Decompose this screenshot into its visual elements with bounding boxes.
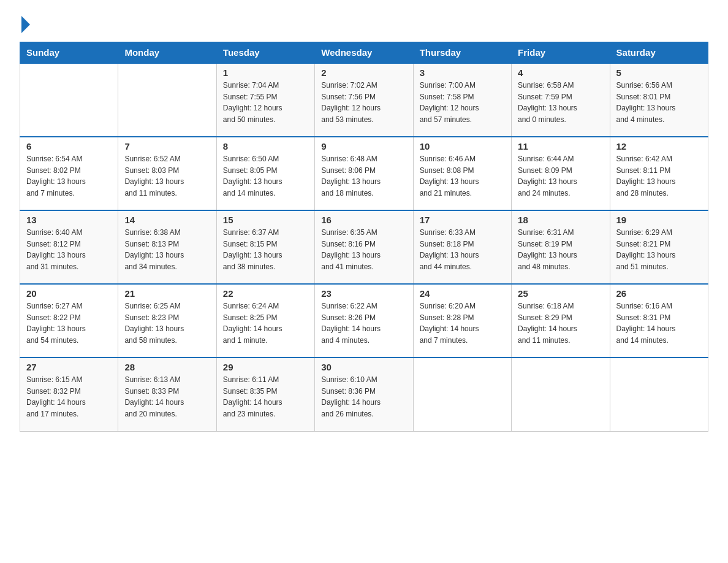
- day-number: 7: [124, 141, 210, 151]
- day-number: 1: [223, 67, 308, 78]
- day-number: 9: [321, 141, 406, 151]
- weekday-header-tuesday: Tuesday: [216, 42, 314, 64]
- calendar-day-cell: 1Sunrise: 7:04 AM Sunset: 7:55 PM Daylig…: [216, 63, 314, 137]
- calendar-day-cell: 5Sunrise: 6:56 AM Sunset: 8:01 PM Daylig…: [610, 63, 708, 137]
- day-info: Sunrise: 6:10 AM Sunset: 8:36 PM Dayligh…: [321, 374, 406, 419]
- day-number: 30: [321, 362, 406, 372]
- calendar-day-cell: 17Sunrise: 6:33 AM Sunset: 8:18 PM Dayli…: [413, 210, 511, 284]
- day-info: Sunrise: 6:18 AM Sunset: 8:29 PM Dayligh…: [518, 301, 603, 346]
- day-number: 27: [26, 362, 112, 372]
- calendar-day-cell: 24Sunrise: 6:20 AM Sunset: 8:28 PM Dayli…: [413, 284, 511, 358]
- day-info: Sunrise: 6:40 AM Sunset: 8:12 PM Dayligh…: [26, 227, 112, 272]
- day-number: 4: [518, 67, 603, 78]
- day-number: 3: [420, 67, 505, 78]
- logo-triangle-icon: [21, 16, 30, 33]
- calendar-day-cell: 28Sunrise: 6:13 AM Sunset: 8:33 PM Dayli…: [118, 358, 216, 431]
- day-number: 8: [223, 141, 308, 151]
- day-info: Sunrise: 6:25 AM Sunset: 8:23 PM Dayligh…: [124, 301, 210, 346]
- calendar-week-row: 20Sunrise: 6:27 AM Sunset: 8:22 PM Dayli…: [20, 284, 708, 358]
- day-number: 29: [223, 362, 308, 372]
- weekday-header-thursday: Thursday: [413, 42, 511, 64]
- logo: [20, 15, 30, 31]
- day-info: Sunrise: 6:44 AM Sunset: 8:09 PM Dayligh…: [518, 153, 603, 199]
- day-number: 12: [616, 141, 702, 151]
- day-number: 14: [124, 215, 210, 225]
- calendar-day-cell: [610, 358, 708, 431]
- calendar-day-cell: 13Sunrise: 6:40 AM Sunset: 8:12 PM Dayli…: [20, 210, 118, 284]
- page-header: [20, 15, 708, 31]
- day-info: Sunrise: 6:11 AM Sunset: 8:35 PM Dayligh…: [223, 374, 308, 419]
- day-info: Sunrise: 6:22 AM Sunset: 8:26 PM Dayligh…: [321, 301, 406, 346]
- day-info: Sunrise: 6:56 AM Sunset: 8:01 PM Dayligh…: [616, 80, 702, 125]
- calendar-day-cell: 23Sunrise: 6:22 AM Sunset: 8:26 PM Dayli…: [315, 284, 413, 358]
- calendar-day-cell: [118, 63, 216, 137]
- day-number: 13: [26, 215, 112, 225]
- calendar-week-row: 1Sunrise: 7:04 AM Sunset: 7:55 PM Daylig…: [20, 63, 708, 137]
- calendar-day-cell: 7Sunrise: 6:52 AM Sunset: 8:03 PM Daylig…: [118, 137, 216, 210]
- calendar-day-cell: 18Sunrise: 6:31 AM Sunset: 8:19 PM Dayli…: [512, 210, 610, 284]
- day-number: 2: [321, 67, 406, 78]
- day-info: Sunrise: 7:04 AM Sunset: 7:55 PM Dayligh…: [223, 80, 308, 125]
- day-info: Sunrise: 6:13 AM Sunset: 8:33 PM Dayligh…: [124, 374, 210, 419]
- calendar-day-cell: 8Sunrise: 6:50 AM Sunset: 8:05 PM Daylig…: [216, 137, 314, 210]
- calendar-day-cell: 26Sunrise: 6:16 AM Sunset: 8:31 PM Dayli…: [610, 284, 708, 358]
- calendar-day-cell: 25Sunrise: 6:18 AM Sunset: 8:29 PM Dayli…: [512, 284, 610, 358]
- calendar-day-cell: 15Sunrise: 6:37 AM Sunset: 8:15 PM Dayli…: [216, 210, 314, 284]
- calendar-day-cell: 2Sunrise: 7:02 AM Sunset: 7:56 PM Daylig…: [315, 63, 413, 137]
- day-info: Sunrise: 7:00 AM Sunset: 7:58 PM Dayligh…: [420, 80, 505, 125]
- calendar-day-cell: 3Sunrise: 7:00 AM Sunset: 7:58 PM Daylig…: [413, 63, 511, 137]
- calendar-day-cell: [20, 63, 118, 137]
- weekday-header-row: SundayMondayTuesdayWednesdayThursdayFrid…: [20, 42, 708, 64]
- day-number: 18: [518, 215, 603, 225]
- day-info: Sunrise: 6:35 AM Sunset: 8:16 PM Dayligh…: [321, 227, 406, 272]
- day-number: 23: [321, 288, 406, 299]
- day-number: 22: [223, 288, 308, 299]
- weekday-header-friday: Friday: [512, 42, 610, 64]
- calendar-week-row: 27Sunrise: 6:15 AM Sunset: 8:32 PM Dayli…: [20, 358, 708, 431]
- calendar-day-cell: 29Sunrise: 6:11 AM Sunset: 8:35 PM Dayli…: [216, 358, 314, 431]
- calendar-day-cell: 10Sunrise: 6:46 AM Sunset: 8:08 PM Dayli…: [413, 137, 511, 210]
- calendar-week-row: 13Sunrise: 6:40 AM Sunset: 8:12 PM Dayli…: [20, 210, 708, 284]
- calendar-week-row: 6Sunrise: 6:54 AM Sunset: 8:02 PM Daylig…: [20, 137, 708, 210]
- calendar-day-cell: 27Sunrise: 6:15 AM Sunset: 8:32 PM Dayli…: [20, 358, 118, 431]
- day-info: Sunrise: 6:58 AM Sunset: 7:59 PM Dayligh…: [518, 80, 603, 125]
- weekday-header-sunday: Sunday: [20, 42, 118, 64]
- day-number: 26: [616, 288, 702, 299]
- day-info: Sunrise: 6:15 AM Sunset: 8:32 PM Dayligh…: [26, 374, 112, 419]
- day-info: Sunrise: 7:02 AM Sunset: 7:56 PM Dayligh…: [321, 80, 406, 125]
- day-info: Sunrise: 6:38 AM Sunset: 8:13 PM Dayligh…: [124, 227, 210, 272]
- calendar-day-cell: 20Sunrise: 6:27 AM Sunset: 8:22 PM Dayli…: [20, 284, 118, 358]
- calendar-day-cell: 16Sunrise: 6:35 AM Sunset: 8:16 PM Dayli…: [315, 210, 413, 284]
- calendar-day-cell: 22Sunrise: 6:24 AM Sunset: 8:25 PM Dayli…: [216, 284, 314, 358]
- calendar-header: SundayMondayTuesdayWednesdayThursdayFrid…: [20, 42, 708, 64]
- day-number: 5: [616, 67, 702, 78]
- calendar-day-cell: [512, 358, 610, 431]
- day-info: Sunrise: 6:27 AM Sunset: 8:22 PM Dayligh…: [26, 301, 112, 346]
- day-number: 16: [321, 215, 406, 225]
- day-info: Sunrise: 6:48 AM Sunset: 8:06 PM Dayligh…: [321, 153, 406, 199]
- day-number: 21: [124, 288, 210, 299]
- day-info: Sunrise: 6:50 AM Sunset: 8:05 PM Dayligh…: [223, 153, 308, 199]
- day-info: Sunrise: 6:16 AM Sunset: 8:31 PM Dayligh…: [616, 301, 702, 346]
- calendar-day-cell: 21Sunrise: 6:25 AM Sunset: 8:23 PM Dayli…: [118, 284, 216, 358]
- day-number: 24: [420, 288, 505, 299]
- calendar-day-cell: 9Sunrise: 6:48 AM Sunset: 8:06 PM Daylig…: [315, 137, 413, 210]
- calendar-table: SundayMondayTuesdayWednesdayThursdayFrid…: [20, 42, 708, 432]
- day-number: 17: [420, 215, 505, 225]
- calendar-day-cell: 30Sunrise: 6:10 AM Sunset: 8:36 PM Dayli…: [315, 358, 413, 431]
- day-info: Sunrise: 6:20 AM Sunset: 8:28 PM Dayligh…: [420, 301, 505, 346]
- day-info: Sunrise: 6:24 AM Sunset: 8:25 PM Dayligh…: [223, 301, 308, 346]
- calendar-day-cell: 4Sunrise: 6:58 AM Sunset: 7:59 PM Daylig…: [512, 63, 610, 137]
- day-info: Sunrise: 6:42 AM Sunset: 8:11 PM Dayligh…: [616, 153, 702, 199]
- day-number: 10: [420, 141, 505, 151]
- weekday-header-monday: Monday: [118, 42, 216, 64]
- calendar-day-cell: 6Sunrise: 6:54 AM Sunset: 8:02 PM Daylig…: [20, 137, 118, 210]
- day-number: 19: [616, 215, 702, 225]
- day-number: 6: [26, 141, 112, 151]
- weekday-header-wednesday: Wednesday: [315, 42, 413, 64]
- day-number: 15: [223, 215, 308, 225]
- calendar-day-cell: [413, 358, 511, 431]
- day-info: Sunrise: 6:46 AM Sunset: 8:08 PM Dayligh…: [420, 153, 505, 199]
- calendar-day-cell: 19Sunrise: 6:29 AM Sunset: 8:21 PM Dayli…: [610, 210, 708, 284]
- day-info: Sunrise: 6:31 AM Sunset: 8:19 PM Dayligh…: [518, 227, 603, 272]
